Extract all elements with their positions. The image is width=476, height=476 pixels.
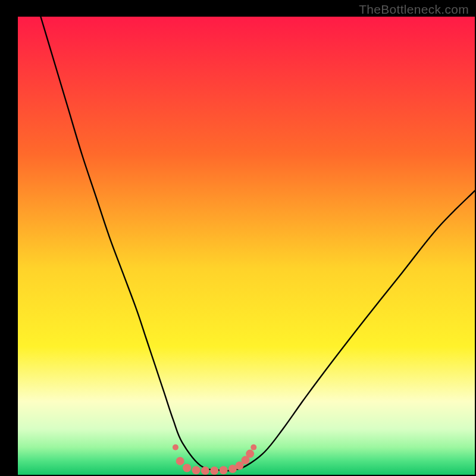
- marker-dot: [210, 466, 218, 475]
- bottleneck-chart: [0, 0, 476, 476]
- marker-dot: [173, 444, 178, 450]
- marker-dot: [183, 464, 191, 472]
- marker-dot: [250, 444, 256, 450]
- chart-frame: TheBottleneck.com: [0, 0, 476, 476]
- marker-dot: [192, 466, 201, 474]
- plot-background: [18, 17, 475, 475]
- marker-dot: [201, 466, 209, 475]
- marker-dot: [220, 466, 228, 474]
- marker-dot: [176, 457, 184, 465]
- marker-dot: [246, 450, 254, 458]
